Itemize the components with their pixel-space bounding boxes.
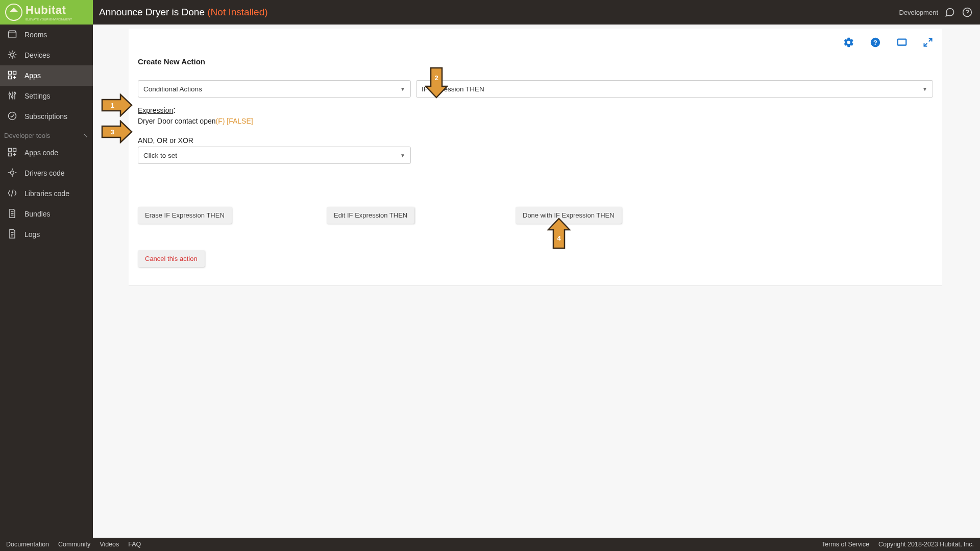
sidebar-item-label: Subscriptions bbox=[24, 112, 67, 121]
caret-down-icon: ▼ bbox=[400, 153, 405, 158]
svg-rect-25 bbox=[13, 148, 16, 151]
erase-expression-button[interactable]: Erase IF Expression THEN bbox=[138, 207, 232, 224]
caret-down-icon: ▼ bbox=[400, 86, 405, 92]
footer-link-community[interactable]: Community bbox=[58, 541, 90, 548]
brand-name: Hubitat bbox=[26, 4, 72, 17]
svg-line-11 bbox=[14, 52, 15, 53]
collapse-icon: ⤡ bbox=[83, 132, 88, 139]
svg-rect-26 bbox=[9, 153, 12, 156]
logo-icon bbox=[5, 4, 22, 21]
svg-point-3 bbox=[11, 53, 14, 56]
drivers-code-icon bbox=[7, 167, 17, 179]
andor-label: AND, OR or XOR bbox=[138, 136, 933, 145]
svg-line-8 bbox=[9, 52, 10, 53]
sidebar-item-label: Devices bbox=[24, 51, 50, 59]
bundles-icon bbox=[7, 208, 17, 220]
svg-text:2: 2 bbox=[434, 74, 438, 82]
condition-type-select[interactable]: IF Expression THEN ▼ bbox=[416, 80, 933, 98]
svg-line-9 bbox=[14, 56, 15, 57]
expression-label: Expression bbox=[138, 106, 173, 114]
svg-rect-14 bbox=[9, 76, 12, 79]
svg-rect-12 bbox=[9, 71, 12, 74]
svg-rect-43 bbox=[898, 39, 906, 45]
logo-area[interactable]: Hubitat ELEVATE YOUR ENVIRONMENT bbox=[0, 0, 93, 25]
sidebar-item-label: Logs bbox=[24, 230, 40, 238]
rooms-icon bbox=[7, 29, 17, 41]
sidebar-item-label: Settings bbox=[24, 92, 51, 100]
footer-link-faq[interactable]: FAQ bbox=[128, 541, 141, 548]
sidebar-item-label: Apps bbox=[24, 71, 41, 80]
gear-icon[interactable] bbox=[843, 37, 854, 48]
sidebar: Rooms Devices Apps Settings Subscription… bbox=[0, 25, 93, 538]
sidebar-item-label: Rooms bbox=[24, 31, 47, 39]
action-type-select[interactable]: Conditional Actions ▼ bbox=[138, 80, 411, 98]
sidebar-item-drivers-code[interactable]: Drivers code bbox=[0, 163, 93, 183]
svg-text:3: 3 bbox=[110, 128, 114, 136]
footer-copyright: Copyright 2018-2023 Hubitat, Inc. bbox=[878, 541, 974, 548]
sidebar-item-logs[interactable]: Logs bbox=[0, 224, 93, 245]
svg-line-34 bbox=[11, 189, 13, 196]
brand-tagline: ELEVATE YOUR ENVIRONMENT bbox=[26, 18, 72, 21]
svg-point-22 bbox=[14, 92, 15, 94]
sidebar-item-label: Bundles bbox=[24, 210, 51, 218]
footer: Documentation Community Videos FAQ Terms… bbox=[0, 538, 980, 551]
svg-point-23 bbox=[9, 112, 16, 119]
svg-rect-24 bbox=[9, 148, 12, 151]
caret-down-icon: ▼ bbox=[922, 86, 927, 92]
chat-icon[interactable] bbox=[944, 7, 955, 18]
sidebar-item-libraries-code[interactable]: Libraries code bbox=[0, 183, 93, 204]
svg-text:4: 4 bbox=[557, 234, 561, 242]
footer-tos[interactable]: Terms of Service bbox=[822, 541, 869, 548]
devices-icon bbox=[7, 50, 17, 61]
svg-text:1: 1 bbox=[110, 102, 114, 109]
svg-point-29 bbox=[11, 171, 14, 174]
environment-label: Development bbox=[899, 9, 938, 16]
svg-point-20 bbox=[11, 95, 13, 97]
svg-text:?: ? bbox=[873, 39, 877, 46]
footer-link-videos[interactable]: Videos bbox=[100, 541, 119, 548]
content-panel: ? Create New Action Conditional Actions … bbox=[129, 29, 942, 286]
apps-code-icon bbox=[7, 147, 17, 159]
sidebar-item-label: Libraries code bbox=[24, 189, 69, 198]
annotation-arrow-3: 3 bbox=[101, 120, 133, 143]
sidebar-item-apps[interactable]: Apps bbox=[0, 65, 93, 86]
expression-text: Dryer Door contact open(F) [FALSE] bbox=[138, 117, 933, 125]
sidebar-item-settings[interactable]: Settings bbox=[0, 86, 93, 106]
cancel-action-button[interactable]: Cancel this action bbox=[138, 250, 205, 267]
sidebar-item-label: Drivers code bbox=[24, 169, 65, 177]
annotation-arrow-2: 2 bbox=[425, 67, 448, 99]
main-content: ? Create New Action Conditional Actions … bbox=[93, 25, 980, 538]
page-title: Announce Dryer is Done (Not Installed) bbox=[99, 7, 268, 18]
sidebar-item-subscriptions[interactable]: Subscriptions bbox=[0, 106, 93, 127]
svg-rect-13 bbox=[13, 71, 16, 74]
sidebar-section-developer[interactable]: Developer tools ⤡ bbox=[0, 127, 93, 142]
andor-select[interactable]: Click to set ▼ bbox=[138, 147, 411, 164]
help-icon[interactable] bbox=[962, 7, 973, 18]
help-circle-icon[interactable]: ? bbox=[870, 37, 881, 48]
subscriptions-icon bbox=[7, 111, 17, 123]
footer-link-documentation[interactable]: Documentation bbox=[6, 541, 49, 548]
sidebar-item-label: Apps code bbox=[24, 149, 58, 157]
sidebar-item-rooms[interactable]: Rooms bbox=[0, 25, 93, 45]
sidebar-item-bundles[interactable]: Bundles bbox=[0, 204, 93, 224]
section-title: Create New Action bbox=[138, 57, 933, 66]
settings-icon bbox=[7, 90, 17, 102]
sidebar-item-devices[interactable]: Devices bbox=[0, 45, 93, 65]
logs-icon bbox=[7, 229, 17, 241]
svg-point-18 bbox=[9, 93, 10, 94]
apps-icon bbox=[7, 70, 17, 82]
libraries-code-icon bbox=[7, 188, 17, 200]
annotation-arrow-1: 1 bbox=[101, 93, 133, 117]
screen-icon[interactable] bbox=[896, 37, 908, 48]
expand-icon[interactable] bbox=[923, 37, 933, 48]
sidebar-item-apps-code[interactable]: Apps code bbox=[0, 142, 93, 163]
annotation-arrow-4: 4 bbox=[547, 218, 571, 249]
edit-expression-button[interactable]: Edit IF Expression THEN bbox=[327, 207, 414, 224]
svg-rect-2 bbox=[9, 32, 16, 37]
svg-line-10 bbox=[9, 56, 10, 57]
topbar: Hubitat ELEVATE YOUR ENVIRONMENT Announc… bbox=[0, 0, 980, 25]
